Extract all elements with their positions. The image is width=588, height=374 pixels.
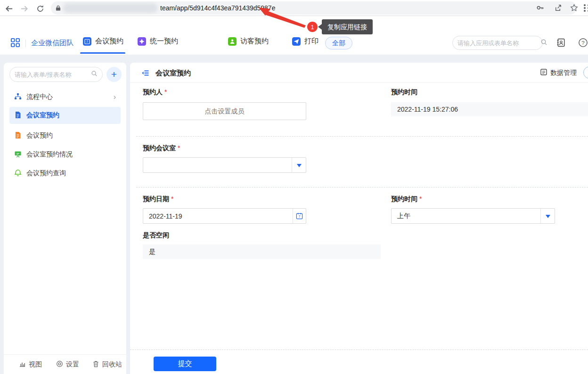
clipped-edge-button[interactable] — [583, 66, 588, 79]
browser-back-button[interactable] — [3, 2, 15, 15]
visitor-reservation-icon — [228, 37, 237, 46]
date-input[interactable] — [143, 209, 293, 223]
field-label-reserver: 预约人* — [143, 88, 167, 97]
required-asterisk: * — [164, 88, 167, 96]
reserver-input[interactable] — [143, 102, 306, 120]
unified-reservation-icon — [138, 37, 146, 46]
views-button[interactable]: 视图 — [19, 360, 42, 369]
idle-value: 是 — [143, 244, 381, 259]
filter-all-pill[interactable]: 全部 — [325, 37, 352, 49]
lock-icon — [56, 5, 61, 13]
form-doc-icon — [14, 131, 22, 140]
browser-forward-button[interactable] — [18, 2, 30, 15]
trash-icon — [92, 360, 99, 369]
tab-meeting-reservation[interactable]: 7 会议预约 — [83, 37, 123, 46]
calendar-button[interactable]: 7 — [293, 209, 306, 223]
field-label-date: 预约日期* — [143, 195, 173, 203]
required-asterisk: * — [178, 144, 180, 152]
password-key-icon[interactable] — [536, 4, 544, 14]
required-asterisk: * — [419, 195, 422, 203]
sidebar: + 流程中心 › 会议室预约 会议预约 会议室预约情况 — [4, 63, 126, 374]
sidebar-item-label: 会议室预约情况 — [26, 150, 73, 159]
footer-label: 视图 — [29, 360, 42, 369]
refresh-icon — [36, 5, 44, 13]
room-select-value — [143, 158, 292, 172]
date-field[interactable]: 7 — [143, 208, 306, 224]
created-time-value: 2022-11-19 15:27:06 — [391, 102, 588, 116]
sidebar-item-meeting-reservation-query[interactable]: 会议预约查询 — [9, 165, 121, 182]
data-list-icon — [540, 68, 547, 77]
tab-label: 会议预约 — [95, 37, 123, 46]
bell-icon — [14, 169, 22, 178]
field-label-created-time: 预约时间 — [391, 88, 417, 97]
sidebar-item-meeting-reservation[interactable]: 会议预约 — [9, 127, 121, 144]
bar-chart-icon — [19, 360, 26, 369]
submit-button[interactable]: 提交 — [154, 357, 216, 371]
submit-bar-divider — [130, 350, 588, 350]
help-icon[interactable]: ? — [578, 38, 588, 49]
browser-menu-icon[interactable] — [583, 3, 588, 15]
dropdown-button[interactable] — [540, 209, 555, 223]
active-tab-underline — [80, 52, 125, 54]
annotation-arrow — [257, 5, 313, 31]
page-background: + 流程中心 › 会议室预约 会议预约 会议室预约情况 — [0, 55, 588, 374]
room-select[interactable] — [143, 157, 306, 173]
sidebar-item-process-center[interactable]: 流程中心 › — [9, 89, 121, 106]
tab-unified-reservation[interactable]: 统一预约 — [138, 37, 178, 46]
required-asterisk: * — [171, 195, 173, 203]
field-label-idle: 是否空闲 — [143, 231, 169, 240]
main-panel: 会议室预约 数据管理 预约人* 预约时间 2022-11-19 15:27:06… — [130, 63, 588, 374]
time-select-value: 上午 — [392, 209, 540, 223]
gear-icon — [56, 360, 63, 369]
recycle-bin-button[interactable]: 回收站 — [92, 360, 122, 369]
app-grid-icon[interactable] — [10, 38, 20, 49]
forward-icon — [20, 4, 29, 13]
svg-text:7: 7 — [299, 215, 301, 218]
contacts-book-icon[interactable] — [556, 38, 566, 49]
meeting-reservation-icon: 7 — [83, 37, 91, 46]
page-title: 会议室预约 — [155, 69, 191, 78]
section-divider — [136, 187, 588, 187]
sidebar-search-input[interactable] — [15, 71, 91, 78]
footer-label: 设置 — [66, 360, 79, 369]
svg-text:7: 7 — [86, 40, 88, 43]
app-search-input[interactable] — [457, 40, 540, 47]
data-manage-button[interactable]: 数据管理 — [540, 68, 577, 77]
tab-label: 访客预约 — [240, 37, 269, 46]
tab-print[interactable]: 打印 — [292, 37, 318, 46]
section-divider — [136, 136, 588, 137]
address-bar[interactable]: team/app/5d914c4f43ea791439d5987e — [51, 1, 577, 15]
back-icon — [5, 4, 14, 13]
sidebar-footer: 视图 设置 回收站 — [4, 354, 126, 374]
collapse-sidebar-icon[interactable] — [141, 69, 150, 79]
footer-label: 回收站 — [102, 360, 122, 369]
sidebar-item-meeting-room-reservation[interactable]: 会议室预约 — [9, 107, 121, 124]
chevron-down-icon — [546, 215, 550, 220]
data-manage-label: 数据管理 — [550, 69, 577, 77]
form-doc-icon — [14, 111, 22, 120]
add-form-button[interactable]: + — [106, 67, 122, 82]
team-name-link[interactable]: 企业微信团队 — [31, 39, 74, 48]
sidebar-item-meeting-room-status[interactable]: 会议室预约情况 — [9, 146, 121, 163]
chevron-down-icon — [297, 164, 302, 170]
redacted-domain-blur — [63, 3, 157, 13]
settings-button[interactable]: 设置 — [56, 360, 79, 369]
time-select[interactable]: 上午 — [391, 208, 555, 224]
field-label-time: 预约时间* — [391, 195, 422, 203]
search-icon — [540, 39, 547, 48]
dropdown-button[interactable] — [292, 158, 306, 172]
calendar-icon: 7 — [296, 212, 303, 220]
chevron-right-icon: › — [114, 93, 116, 101]
copy-app-link-tooltip: 复制应用链接 — [322, 19, 373, 34]
field-label-room: 预约会议室* — [143, 144, 180, 153]
dashboard-screen-icon — [14, 150, 22, 159]
tab-label: 打印 — [304, 37, 318, 46]
sidebar-search-box[interactable] — [9, 67, 103, 82]
bookmark-star-icon[interactable] — [570, 4, 578, 14]
flow-chart-icon — [14, 93, 22, 102]
tab-visitor-reservation[interactable]: 访客预约 — [228, 37, 269, 46]
share-icon[interactable] — [554, 4, 562, 14]
app-search-box[interactable] — [452, 36, 543, 50]
sidebar-item-label: 会议预约 — [26, 131, 53, 140]
browser-refresh-button[interactable] — [34, 2, 46, 15]
